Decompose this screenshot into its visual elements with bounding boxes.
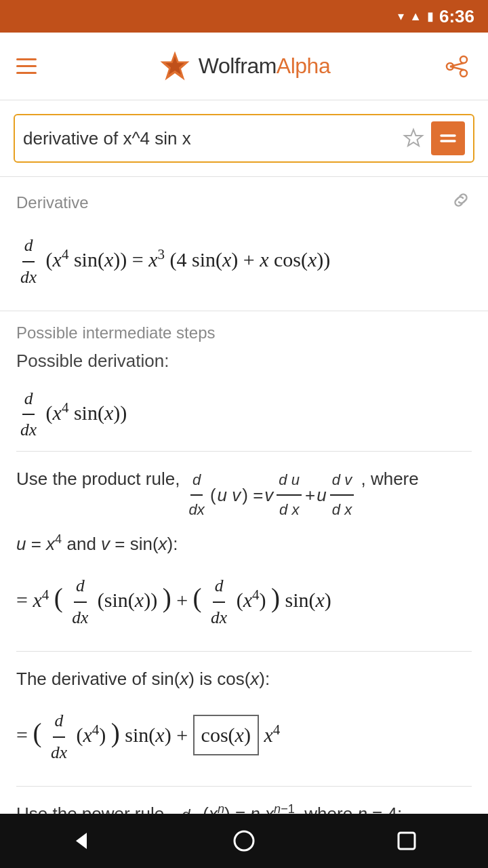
step1-formula: = x4 ( d dx (sin(x)) ) + ( d dx (x4) ) s… — [16, 566, 472, 639]
home-icon — [230, 827, 258, 854]
boxed-cosx: cos(x) — [193, 715, 259, 755]
search-box — [14, 114, 474, 163]
home-button[interactable] — [224, 821, 264, 861]
navbar: WolframAlpha — [0, 33, 488, 100]
search-input[interactable] — [23, 128, 400, 149]
steps-title: Possible intermediate steps — [16, 323, 472, 342]
menu-button[interactable] — [16, 52, 46, 81]
search-area — [0, 100, 488, 176]
svg-point-4 — [460, 70, 467, 77]
link-icon[interactable] — [450, 189, 472, 216]
favorite-button[interactable] — [400, 125, 427, 152]
svg-point-2 — [460, 56, 467, 63]
star-icon — [403, 127, 424, 149]
back-icon — [68, 827, 95, 854]
share-icon — [445, 54, 469, 79]
logo-text: WolframAlpha — [199, 54, 330, 79]
step1-block: Use the product rule, d dx (u v) = v d u… — [16, 451, 472, 651]
derivative-title: Derivative — [16, 193, 89, 212]
equals-icon — [439, 129, 458, 148]
status-time: 6:36 — [439, 6, 474, 27]
bottom-nav — [0, 814, 488, 868]
svg-marker-7 — [405, 130, 422, 146]
steps-section: Possible intermediate steps Possible der… — [0, 311, 488, 868]
go-button[interactable] — [431, 121, 465, 155]
step0-formula: d dx (x4 sin(x)) — [16, 378, 472, 452]
derivation-label: Possible derivation: — [16, 351, 472, 372]
app-logo: WolframAlpha — [158, 50, 330, 83]
step2-text: The derivative of sin(x) is cos(x): — [16, 664, 472, 694]
derivative-formula: d dx (x4 sin(x)) = x3 (4 sin(x) + x cos(… — [16, 225, 472, 298]
svg-point-11 — [235, 831, 253, 850]
recent-button[interactable] — [386, 821, 427, 861]
recent-icon — [393, 827, 420, 854]
back-button[interactable] — [61, 821, 102, 861]
step1-where: u = x4 and v = sin(x): — [16, 529, 472, 559]
svg-rect-12 — [399, 833, 415, 849]
derivative-section: Derivative d dx (x4 sin(x)) = x3 (4 sin(… — [0, 177, 488, 311]
chain-link-icon — [450, 189, 472, 211]
step2-formula: = ( d dx (x4) ) sin(x) + cos(x) x4 — [16, 701, 472, 774]
signal-icon: ▲ — [409, 9, 422, 24]
step1-text: Use the product rule, d dx (u v) = v d u… — [16, 464, 472, 522]
step2-block: The derivative of sin(x) is cos(x): = ( … — [16, 651, 472, 786]
status-bar: ▾ ▲ ▮ 6:36 — [0, 0, 488, 33]
wolfram-star-icon — [158, 50, 192, 83]
share-button[interactable] — [442, 52, 472, 81]
content-area: Derivative d dx (x4 sin(x)) = x3 (4 sin(… — [0, 177, 488, 868]
wifi-icon: ▾ — [398, 9, 404, 24]
battery-icon: ▮ — [427, 9, 434, 24]
svg-marker-10 — [76, 833, 87, 849]
